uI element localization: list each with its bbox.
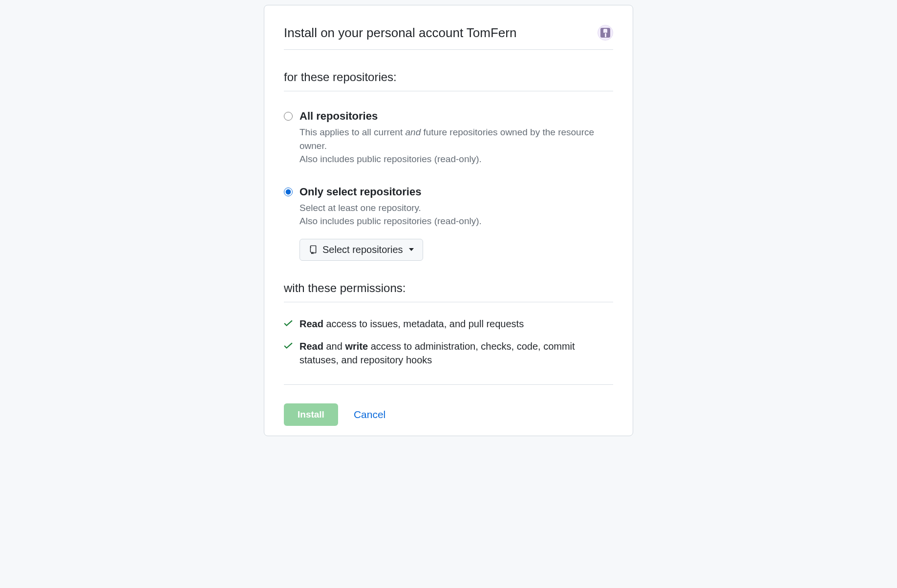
check-icon (284, 342, 293, 349)
all-repos-radio[interactable] (284, 112, 293, 121)
all-desc-pre: This applies to all current (299, 127, 406, 137)
permission-text: Read and write access to administration,… (299, 339, 613, 367)
avatar-icon (600, 28, 610, 38)
chevron-down-icon (409, 248, 414, 251)
select-repositories-button[interactable]: Select repositories (299, 239, 423, 261)
permissions-list: Read access to issues, metadata, and pul… (284, 317, 613, 367)
radio-option-all-repos: All repositories This applies to all cur… (284, 110, 613, 166)
perm-strong: Read (299, 341, 323, 352)
perm-strong: Read (299, 318, 323, 329)
permission-item: Read access to issues, metadata, and pul… (284, 317, 613, 331)
all-repos-label[interactable]: All repositories (299, 110, 613, 123)
select-repos-description: Select at least one repository. Also inc… (299, 201, 613, 228)
all-repos-content: All repositories This applies to all cur… (299, 110, 613, 166)
select-desc-line2: Also includes public repositories (read-… (299, 216, 482, 226)
all-desc-line2: Also includes public repositories (read-… (299, 154, 482, 164)
repo-icon (309, 245, 318, 254)
all-desc-em: and (406, 127, 421, 137)
perm-mid: access to issues, metadata, and pull req… (323, 318, 524, 329)
perm-mid: and (323, 341, 345, 352)
dialog-title: Install on your personal account TomFern (284, 25, 516, 41)
repositories-heading: for these repositories: (284, 70, 613, 91)
permission-text: Read access to issues, metadata, and pul… (299, 317, 613, 331)
perm-strong2: write (345, 341, 368, 352)
select-repos-radio[interactable] (284, 188, 293, 196)
install-button[interactable]: Install (284, 403, 338, 426)
check-icon (284, 320, 293, 327)
footer-divider (284, 384, 613, 385)
install-dialog: Install on your personal account TomFern… (264, 5, 633, 436)
select-repos-button-label: Select repositories (322, 244, 403, 255)
all-repos-description: This applies to all current and future r… (299, 126, 613, 166)
dialog-header: Install on your personal account TomFern (284, 25, 613, 50)
footer-actions: Install Cancel (284, 403, 613, 426)
account-avatar (598, 25, 613, 41)
select-desc-line1: Select at least one repository. (299, 203, 421, 213)
cancel-link[interactable]: Cancel (354, 409, 385, 420)
permissions-heading: with these permissions: (284, 281, 613, 302)
repository-scope-radio-group: All repositories This applies to all cur… (284, 110, 613, 261)
radio-option-select-repos: Only select repositories Select at least… (284, 186, 613, 261)
select-repos-content: Only select repositories Select at least… (299, 186, 613, 261)
permission-item: Read and write access to administration,… (284, 339, 613, 367)
select-repos-label[interactable]: Only select repositories (299, 186, 613, 198)
